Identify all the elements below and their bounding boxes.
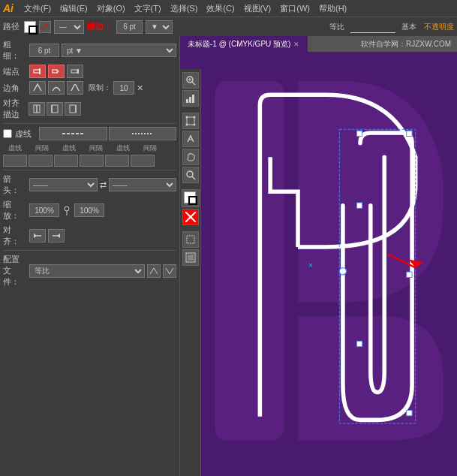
zoom-view-btn[interactable] <box>182 167 199 183</box>
projecting-cap-btn[interactable] <box>67 65 83 78</box>
scale-start-input[interactable] <box>29 203 59 217</box>
basic-label: 基本 <box>401 22 416 32</box>
svg-point-29 <box>185 124 188 126</box>
round-join-btn[interactable] <box>48 81 65 95</box>
dash-header-4: 间隔 <box>84 143 108 153</box>
dash-input-3[interactable] <box>105 155 129 167</box>
watermark-text: 软件自学网：RJZXW.COM <box>361 39 457 50</box>
cap-row: 端点 <box>3 65 176 78</box>
svg-point-30 <box>193 124 195 126</box>
svg-marker-18 <box>57 233 60 238</box>
none-swatch[interactable] <box>182 209 199 225</box>
artboard-tool-btn[interactable] <box>182 231 199 248</box>
scale-row: 缩放： <box>3 199 176 221</box>
canvas-container: 未标题-1 @ (CMYK/GPU 预览) ✕ 软件自学网：RJZXW.COM <box>180 36 457 476</box>
menu-window[interactable]: 窗口(W) <box>275 2 314 16</box>
svg-line-33 <box>192 176 195 179</box>
handle-bot-left[interactable] <box>356 341 362 346</box>
fill-swatch[interactable] <box>24 21 36 33</box>
dash-header-3: 虚线 <box>57 143 81 153</box>
dash-input-2[interactable] <box>54 155 78 167</box>
opacity-label: 不透明度 <box>424 22 454 32</box>
transform-tool-btn[interactable] <box>182 113 199 129</box>
svg-rect-3 <box>71 70 77 73</box>
stroke-unit-select[interactable]: ▼ <box>146 20 173 34</box>
dash-headers: 虚线 间隔 虚线 间隔 虚线 间隔 <box>3 143 176 153</box>
flip-profile-v-btn[interactable] <box>163 264 176 278</box>
menu-edit[interactable]: 编辑(E) <box>56 2 92 16</box>
cap-label: 端点 <box>3 66 27 77</box>
stroke-weight-toolbar-input[interactable] <box>116 20 143 34</box>
menu-text[interactable]: 文字(T) <box>130 2 166 16</box>
dash-input-1[interactable] <box>3 155 27 167</box>
crosshair-marker: × <box>308 261 313 270</box>
butt-cap-btn[interactable] <box>29 65 46 78</box>
fill-stroke-swatch[interactable] <box>182 189 200 207</box>
handle-mid-right[interactable] <box>407 272 412 277</box>
dash-inputs-row <box>3 155 176 167</box>
weight-unit-select[interactable]: pt ▼ <box>62 44 176 57</box>
dash-preset-2[interactable] <box>109 127 177 140</box>
path-label: 路径 <box>3 21 20 32</box>
zoom-tool-btn[interactable] <box>182 72 199 89</box>
handle-top-right[interactable] <box>407 131 412 136</box>
dash-header-5: 虚线 <box>111 143 135 153</box>
tab-close-icon[interactable]: ✕ <box>293 41 299 48</box>
menu-file[interactable]: 文件(F) <box>20 2 56 16</box>
miter-limit-input[interactable] <box>113 81 134 95</box>
handle-bot-right[interactable] <box>407 410 412 415</box>
hand-tool-btn[interactable] <box>182 149 199 165</box>
dash-header-6: 间隔 <box>138 143 162 153</box>
arrow-end-select[interactable]: —— <box>109 178 177 191</box>
close-limit-btn[interactable]: ✕ <box>137 83 143 93</box>
weight-input[interactable] <box>29 44 59 57</box>
canvas-drawing-area[interactable]: × <box>201 53 457 476</box>
canvas-tab[interactable]: 未标题-1 @ (CMYK/GPU 预览) ✕ <box>180 36 308 52</box>
align-center-btn[interactable] <box>29 102 45 116</box>
handle-mid-left[interactable] <box>356 203 362 208</box>
scale-link-icon[interactable] <box>62 205 72 215</box>
svg-rect-0 <box>34 70 40 73</box>
separator-2 <box>182 185 199 188</box>
align-arrow-start-btn[interactable] <box>29 229 46 243</box>
limit-label: 限制： <box>89 83 111 93</box>
align-outside-btn[interactable] <box>65 102 81 116</box>
svg-rect-23 <box>186 99 188 103</box>
gap-input-3[interactable] <box>131 155 155 167</box>
scale-end-input[interactable] <box>74 203 104 217</box>
canvas-inner: × <box>180 53 457 476</box>
bevel-join-btn[interactable] <box>67 81 83 95</box>
anchor-point[interactable] <box>339 268 346 275</box>
screen-mode-btn[interactable] <box>182 249 199 266</box>
gap-input-1[interactable] <box>29 155 53 167</box>
arrow-row: 箭头： —— ⇄ —— <box>3 173 176 196</box>
round-cap-btn[interactable] <box>48 65 65 78</box>
app-logo: Ai <box>3 2 14 14</box>
flip-profile-btn[interactable] <box>147 264 161 278</box>
stroke-type-select[interactable]: — <box>54 20 84 34</box>
none-icon <box>42 24 48 30</box>
pen-tool-btn[interactable] <box>182 131 199 147</box>
graph-tool-btn[interactable] <box>182 90 199 107</box>
divider-3 <box>3 250 176 251</box>
align-arrow-end-btn[interactable] <box>48 229 65 243</box>
fill-none-btn[interactable] <box>39 21 51 33</box>
gap-input-2[interactable] <box>80 155 104 167</box>
top-toolbar: 路径 — 描边： ▼ 等比 基本 不透明度 <box>0 17 457 36</box>
arrow-start-select[interactable]: —— <box>29 178 98 191</box>
menu-effect[interactable]: 效果(C) <box>202 2 239 16</box>
menu-help[interactable]: 帮助(H) <box>314 2 351 16</box>
dash-preset-1[interactable] <box>39 127 107 140</box>
dash-checkbox[interactable] <box>3 129 12 138</box>
tab-title: 未标题-1 @ (CMYK/GPU 预览) <box>188 39 290 50</box>
align-inside-btn[interactable] <box>47 102 63 116</box>
miter-join-btn[interactable] <box>29 81 46 95</box>
align-stroke-label: 对齐描边 <box>3 98 27 120</box>
menu-select[interactable]: 选择(S) <box>166 2 203 16</box>
arrow-exchange-icon[interactable]: ⇄ <box>100 180 107 190</box>
ratio-label: 等比 <box>329 22 344 32</box>
menu-object[interactable]: 对象(O) <box>92 2 130 16</box>
handle-top-left[interactable] <box>356 131 362 136</box>
profile-select[interactable]: 等比 <box>29 264 145 278</box>
menu-view[interactable]: 视图(V) <box>239 2 276 16</box>
